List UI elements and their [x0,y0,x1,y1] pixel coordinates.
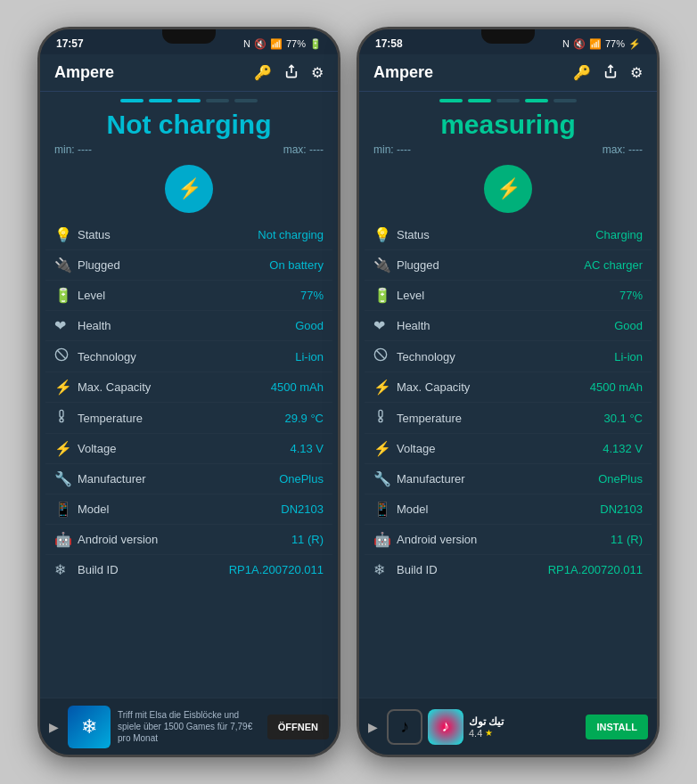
temp-icon-2 [373,409,397,427]
charging-title-2: measuring [440,110,576,140]
build-value-1: RP1A.200720.011 [229,563,324,576]
level-value-2: 77% [619,289,643,302]
svg-line-7 [376,350,384,358]
table-row: 📱 Model DN2103 [45,494,332,525]
plugged-value-1: On battery [269,258,324,272]
manufacturer-value-2: OnePlus [598,472,643,486]
ad-arrow-2: ▶ [368,720,378,734]
capacity-icon-2: ⚡ [373,379,397,396]
tech-icon [54,347,78,365]
time-1: 17:57 [56,37,84,50]
temp-value-1: 29.9 °C [284,412,324,425]
model-icon-2: 📱 [373,501,397,518]
charging-title-1: Not charging [107,110,272,140]
tiktok-info: تيك توك 4.4 ★ [469,715,578,739]
ad-arrow-1: ▶ [49,720,59,734]
key-icon-1[interactable]: 🔑 [254,64,272,81]
nfc-icon: N [243,38,250,49]
phone-2: 17:58 N 🔇 📶 77% ⚡ Ampere 🔑 ⚙ [357,27,660,757]
ad-install-button[interactable]: INSTALL [586,715,648,739]
battery-percent-1: 77% [286,38,306,49]
table-row: 🔧 Manufacturer OnePlus [45,464,332,494]
build-label: Build ID [78,563,229,576]
health-icon: ❤ [54,317,78,334]
table-row: Technology Li-ion [365,341,652,372]
dot-2-2 [468,99,491,102]
plugged-label-2: Plugged [397,258,584,272]
signal-icon-2: 📶 [589,38,602,50]
build-icon-2: ❄ [373,561,397,578]
nfc-icon-2: N [562,38,570,49]
model-value-2: DN2103 [600,502,643,516]
table-row: ❤ Health Good [45,311,332,341]
manufacturer-icon-2: 🔧 [373,470,397,487]
charging-icon-2: ⚡ [628,38,641,50]
share-icon-2[interactable] [603,64,618,82]
settings-icon-1[interactable]: ⚙ [311,64,324,81]
app-header-2: Ampere 🔑 ⚙ [359,54,657,92]
table-row: 💡 Status Not charging [45,220,332,250]
header-icons-1: 🔑 ⚙ [254,64,324,82]
dots-row-1 [120,99,258,102]
level-icon: 🔋 [54,287,78,304]
status-label-2: Status [397,228,595,241]
key-icon-2[interactable]: 🔑 [573,64,591,81]
mute-icon-2: 🔇 [573,38,586,50]
header-icons-2: 🔑 ⚙ [573,64,643,82]
health-label: Health [78,319,295,332]
dot-2-5 [554,99,577,102]
dot-2-3 [496,99,520,102]
plugged-icon-2: 🔌 [373,257,397,274]
health-label-2: Health [397,319,614,332]
dot-1-4 [206,99,229,102]
manufacturer-value-1: OnePlus [279,472,324,486]
ad-tiktok-area: ♪ ♪ تيك توك 4.4 ★ [387,709,578,745]
health-value-2: Good [614,319,643,332]
minmax-row-2: min: ---- max: ---- [373,143,643,156]
table-row: 🤖 Android version 11 (R) [365,525,652,555]
build-value-2: RP1A.200720.011 [548,563,643,576]
android-value-2: 11 (R) [611,533,643,546]
status-label: Status [78,228,258,241]
plugged-icon: 🔌 [54,257,78,274]
svg-line-2 [57,350,65,358]
settings-icon-2[interactable]: ⚙ [630,64,643,81]
voltage-icon-2: ⚡ [373,440,397,457]
ad-open-button[interactable]: ÖFFNEN [267,715,329,739]
ad-text-1: Triff mit Elsa die Eisblöcke und spiele … [118,709,260,744]
table-row: ⚡ Voltage 4.132 V [365,434,652,464]
signal-icon: 📶 [270,38,283,50]
temp-value-2: 30.1 °C [603,412,643,425]
share-icon-1[interactable] [284,64,299,82]
table-row: 💡 Status Charging [365,220,652,250]
table-row: Temperature 30.1 °C [365,403,652,434]
status-value-1: Not charging [258,228,324,241]
manufacturer-label-2: Manufacturer [397,472,598,486]
voltage-icon: ⚡ [54,440,78,457]
table-row: 🔧 Manufacturer OnePlus [365,464,652,494]
notch-2 [481,29,535,44]
plugged-label: Plugged [78,258,269,272]
voltage-label-2: Voltage [397,442,603,455]
table-row: 🤖 Android version 11 (R) [45,525,332,555]
dot-1-1 [120,99,144,102]
ad-bar-1: ▶ ❄ Triff mit Elsa die Eisblöcke und spi… [40,698,338,755]
table-row: Technology Li-ion [45,341,332,372]
build-icon: ❄ [54,561,78,578]
level-icon-2: 🔋 [373,287,397,304]
tiktok-rating: 4.4 ★ [469,728,578,739]
minmax-row-1: min: ---- max: ---- [54,143,324,156]
plugged-value-2: AC charger [584,258,643,272]
android-label: Android version [78,533,291,546]
main-section-1: Not charging min: ---- max: ---- ⚡ [40,92,338,220]
level-value-1: 77% [300,289,324,302]
svg-rect-3 [60,410,63,417]
tech-label-2: Technology [397,350,614,363]
health-value-1: Good [295,319,324,332]
manufacturer-label: Manufacturer [78,472,279,486]
table-row: 🔋 Level 77% [45,281,332,311]
tech-value-1: Li-ion [295,350,324,363]
battery-percent-2: 77% [605,38,625,49]
app-title-1: Ampere [54,63,114,82]
app-header-1: Ampere 🔑 ⚙ [40,54,338,92]
